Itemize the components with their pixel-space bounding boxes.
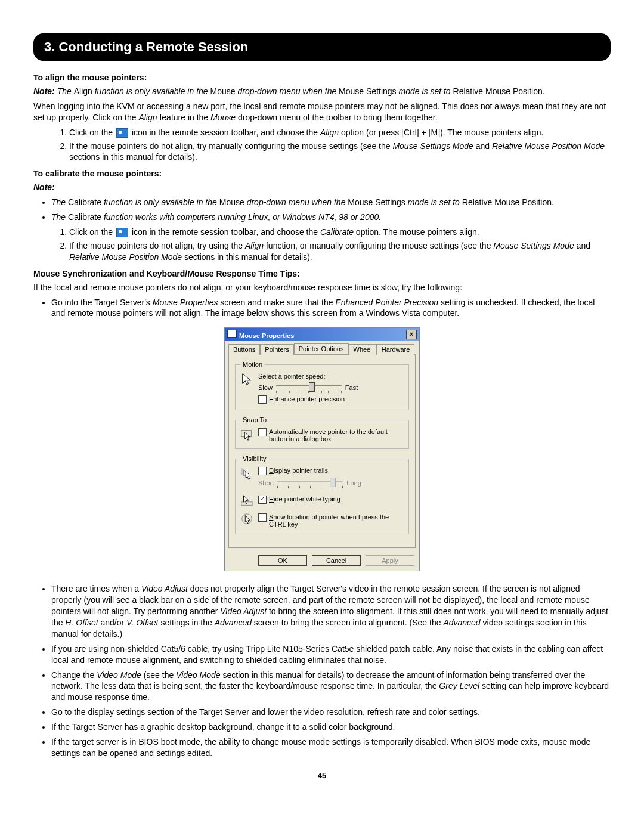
trails-checkbox[interactable]: Display pointer trails [258,467,404,475]
sync-bullet-5: Go to the display settings section of th… [51,707,611,718]
text-em: Mouse Properties [153,298,218,307]
checkbox-icon [258,467,267,475]
text: option. The mouse pointers align. [354,227,479,237]
text: Mouse Settings [348,197,405,207]
long-label: Long [346,479,361,487]
text-em: Video Adjust [141,584,188,593]
text: Mouse Settings [339,86,397,96]
visibility-legend: Visibility [240,455,269,462]
mouse-properties-figure: Mouse Properties × Buttons Pointers Poin… [33,327,611,571]
text: icon in the remote session toolbar, and … [129,227,320,237]
snapto-checkbox[interactable]: Automatically move pointer to the defaul… [258,428,404,442]
text: The [51,197,68,207]
text-em: Calibrate [320,227,354,237]
snap-icon [240,428,253,441]
text: If the mouse pointers do not align, try … [69,141,392,151]
text: screen to bring the screen into alignmen… [252,618,443,627]
checkbox-icon [258,496,267,504]
checkbox-icon [258,513,267,522]
text-em: Video Mode [176,670,220,680]
enhance-precision-checkbox[interactable]: Enhance pointer precision [258,395,404,404]
text: and [574,241,590,250]
text: and [473,141,492,151]
ctrl-locate-checkbox[interactable]: Show location of pointer when I press th… [258,513,404,528]
text: function is only available in the [101,197,219,207]
apply-button[interactable]: Apply [366,555,414,566]
text: mode is set to [405,197,462,207]
text-em: Mouse Settings Mode [392,141,473,151]
pointer-icon [240,373,253,386]
text: Mouse [219,197,244,207]
text-em: Relative Mouse Position Mode [69,252,182,262]
checkbox-label: ide pointer while typing [274,496,340,503]
tab-wheel[interactable]: Wheel [349,344,377,355]
text-em: Grey Level [439,681,479,690]
text: icon in the remote session toolbar, and … [129,128,320,137]
text-em: Advanced [215,618,252,627]
hide-typing-checkbox[interactable]: Hide pointer while typing [258,496,340,504]
visibility-group: Visibility Display pointer trails Short [235,455,409,534]
section-header: 3. Conducting a Remote Session [33,33,611,61]
text-em: Advanced [443,618,480,627]
text: There are times when a [51,584,141,593]
text: drop-down menu when the [236,86,339,96]
tab-pointer-options[interactable]: Pointer Options [294,343,349,354]
checkbox-icon [258,428,267,436]
checkbox-label: utomatically move pointer to the default… [269,428,388,442]
checkbox-label: nhance pointer precision [273,395,345,402]
cancel-button[interactable]: Cancel [312,555,361,566]
text: Click on the [69,128,115,137]
pointer-speed-slider[interactable]: Slow Fast [258,382,404,393]
text-em: H. Offset [65,618,98,627]
sync-bullet-1: Go into the Target Server's Mouse Proper… [51,297,611,320]
sync-bullet-6: If the Target Server has a graphic deskt… [51,721,611,733]
tab-pointers[interactable]: Pointers [260,344,293,355]
text: settings in the [159,618,215,627]
text-em: Align [245,241,264,250]
snapto-group: Snap To Automatically move pointer to th… [235,416,409,449]
sync-heading: Mouse Synchronization and Keyboard/Mouse… [33,269,611,278]
align-step-2: If the mouse pointers do not align, try … [69,141,611,163]
text: and/or [98,618,126,627]
text: drop-down menu of the toolbar to bring t… [236,113,438,122]
trails-slider: Short Long [258,478,404,488]
sync-bullet-2: There are times when a Video Adjust does… [51,583,611,639]
checkbox-icon [258,395,267,404]
text-em: Align [320,128,339,137]
ok-button[interactable]: OK [258,555,307,566]
calibrate-note-label: Note: [33,182,611,193]
note-label: Note: [33,86,55,96]
text: sections in this manual for details). [69,152,197,162]
text: Click on the [69,227,115,237]
tab-hardware[interactable]: Hardware [377,344,415,355]
snapto-legend: Snap To [240,416,269,423]
calibrate-step-1: Click on the icon in the remote session … [69,227,611,238]
motion-group: Motion Select a pointer speed: Slow [235,361,409,410]
dialog-title: Mouse Properties [239,332,294,339]
align-heading: To align the mouse pointers: [33,73,611,82]
sync-bullet-4: Change the Video Mode (see the Video Mod… [51,670,611,704]
text-em: Align [138,113,157,122]
mouse-toolbar-icon [116,128,128,138]
text-em: Mouse Settings Mode [493,241,574,250]
text: Relative Mouse Position. [462,197,554,207]
text: function works with computers running Li… [101,212,381,222]
align-steps: Click on the icon in the remote session … [33,127,611,163]
align-step-1: Click on the icon in the remote session … [69,127,611,138]
text-em: Video Mode [97,670,141,680]
text-em: V. Offset [126,618,158,627]
close-button[interactable]: × [406,330,417,339]
text-em: Enhanced Pointer Precision [335,298,438,307]
checkbox-label: isplay pointer trails [274,467,328,474]
text: Calibrate [68,212,101,222]
motion-legend: Motion [240,361,265,368]
tab-buttons[interactable]: Buttons [228,344,260,355]
text-em: Relative Mouse Position Mode [492,141,605,151]
text: mode is set to [397,86,453,96]
calibrate-step-2: If the mouse pointers do not align, try … [69,240,611,263]
text: The [51,212,68,222]
tab-content: Motion Select a pointer speed: Slow [228,354,416,548]
text: function is only available in the [92,86,210,96]
calibrate-bullet-1: The Calibrate function is only available… [51,197,611,208]
text: If the mouse pointers do not align, try … [69,241,245,250]
